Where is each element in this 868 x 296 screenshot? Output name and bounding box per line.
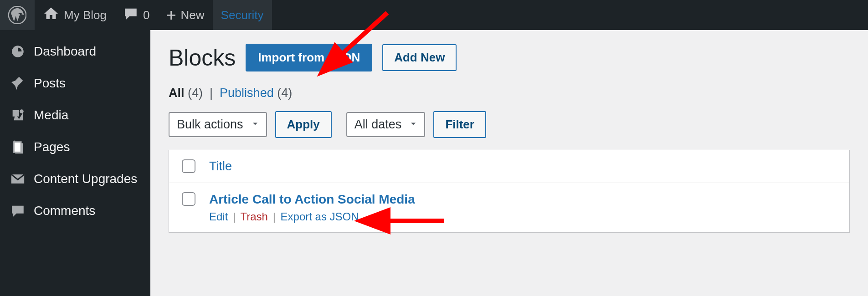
select-all-cell bbox=[182, 159, 209, 173]
sidebar-item-label: Content Upgrades bbox=[34, 172, 137, 186]
pages-icon bbox=[10, 139, 26, 155]
sidebar-item-dashboard[interactable]: Dashboard bbox=[0, 36, 150, 67]
row-title-link[interactable]: Article Call to Action Social Media bbox=[209, 192, 837, 207]
sidebar-item-label: Pages bbox=[34, 140, 70, 154]
bulk-actions-label: Bulk actions bbox=[177, 117, 243, 132]
speech-icon bbox=[123, 6, 139, 25]
table-header-row: Title bbox=[169, 150, 849, 183]
filter-all-count: (4) bbox=[188, 86, 203, 100]
media-icon bbox=[10, 107, 26, 123]
filter-published-link[interactable]: Published bbox=[220, 86, 274, 100]
filter-button[interactable]: Filter bbox=[433, 111, 486, 138]
row-action-sep: | bbox=[273, 210, 276, 223]
adminbar-site[interactable]: My Blog bbox=[35, 0, 115, 30]
speech-icon bbox=[10, 203, 26, 219]
filter-published-count: (4) bbox=[277, 86, 292, 100]
mail-icon bbox=[10, 171, 26, 187]
filter-published-label: Published bbox=[220, 86, 274, 100]
row-action-trash[interactable]: Trash bbox=[241, 210, 268, 223]
sidebar-item-label: Media bbox=[34, 108, 68, 122]
site-name: My Blog bbox=[64, 8, 107, 22]
row-actions: Edit | Trash | Export as JSON bbox=[209, 210, 837, 223]
admin-sidebar: Dashboard Posts Media Pages Content Upgr… bbox=[0, 30, 150, 296]
select-all-checkbox[interactable] bbox=[182, 159, 195, 173]
add-new-button[interactable]: Add New bbox=[382, 44, 457, 71]
adminbar-new[interactable]: + New bbox=[158, 0, 212, 30]
wordpress-icon bbox=[8, 6, 26, 24]
chevron-down-icon bbox=[409, 117, 418, 132]
filter-all-label[interactable]: All bbox=[169, 86, 185, 100]
new-label: New bbox=[181, 8, 205, 22]
row-action-export-json[interactable]: Export as JSON bbox=[281, 210, 359, 223]
bulk-actions-select[interactable]: Bulk actions bbox=[169, 112, 267, 137]
security-label: Security bbox=[221, 8, 264, 22]
row-checkbox-cell bbox=[182, 192, 209, 206]
sidebar-item-pages[interactable]: Pages bbox=[0, 131, 150, 163]
sidebar-item-content-upgrades[interactable]: Content Upgrades bbox=[0, 163, 150, 195]
dates-select[interactable]: All dates bbox=[346, 112, 426, 137]
pin-icon bbox=[10, 76, 26, 91]
table-row: Article Call to Action Social Media Edit… bbox=[169, 183, 849, 232]
pipe: | bbox=[210, 86, 213, 100]
main-content: Blocks Import from JSON Add New All (4) … bbox=[150, 30, 868, 296]
import-json-button[interactable]: Import from JSON bbox=[246, 44, 372, 71]
adminbar-comments[interactable]: 0 bbox=[115, 0, 158, 30]
admin-bar: My Blog 0 + New Security bbox=[0, 0, 868, 30]
dates-label: All dates bbox=[354, 117, 402, 132]
row-checkbox[interactable] bbox=[182, 192, 195, 206]
apply-button[interactable]: Apply bbox=[275, 111, 332, 138]
sidebar-item-label: Comments bbox=[34, 204, 95, 218]
adminbar-security[interactable]: Security bbox=[213, 0, 272, 30]
sidebar-item-comments[interactable]: Comments bbox=[0, 195, 150, 227]
column-title-header[interactable]: Title bbox=[209, 159, 232, 173]
sidebar-item-label: Dashboard bbox=[34, 44, 96, 59]
svg-rect-2 bbox=[14, 142, 21, 153]
sidebar-item-posts[interactable]: Posts bbox=[0, 67, 150, 99]
wp-logo[interactable] bbox=[0, 0, 35, 30]
page-header: Blocks Import from JSON Add New bbox=[169, 44, 850, 71]
sidebar-item-media[interactable]: Media bbox=[0, 99, 150, 131]
comments-count: 0 bbox=[143, 8, 149, 22]
plus-icon: + bbox=[166, 6, 176, 24]
list-table: Title Article Call to Action Social Medi… bbox=[169, 150, 850, 233]
chevron-down-icon bbox=[251, 117, 260, 132]
row-action-sep: | bbox=[233, 210, 236, 223]
sidebar-item-label: Posts bbox=[34, 76, 66, 91]
filter-links: All (4) | Published (4) bbox=[169, 86, 850, 100]
table-nav: Bulk actions Apply All dates Filter bbox=[169, 111, 850, 138]
page-title: Blocks bbox=[169, 45, 236, 71]
home-icon bbox=[43, 5, 59, 25]
dashboard-icon bbox=[10, 44, 26, 59]
row-action-edit[interactable]: Edit bbox=[209, 210, 228, 223]
svg-point-1 bbox=[20, 109, 24, 113]
